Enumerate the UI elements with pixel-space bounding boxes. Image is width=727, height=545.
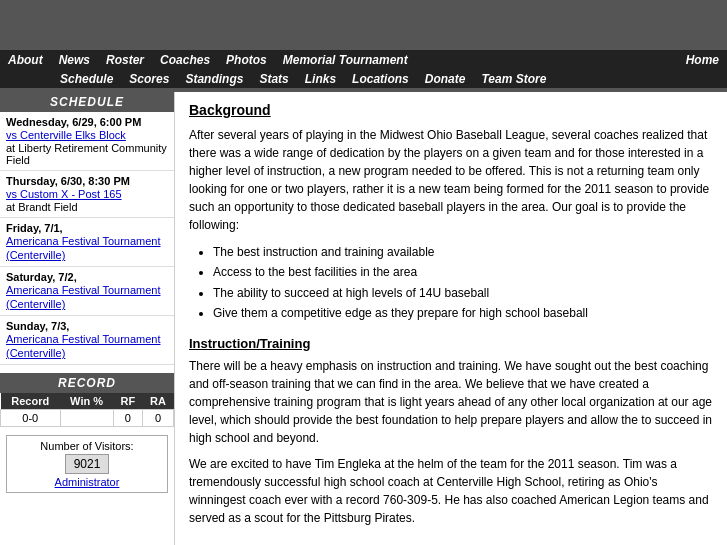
instruction-paragraph-1: There will be a heavy emphasis on instru… — [189, 357, 713, 447]
record-val-record: 0-0 — [1, 410, 61, 427]
instruction-paragraph-2: We are excited to have Tim Engleka at th… — [189, 455, 713, 527]
record-col-record: Record — [1, 393, 61, 410]
nav-team-store[interactable]: Team Store — [481, 72, 546, 86]
nav-coaches[interactable]: Coaches — [160, 53, 210, 67]
record-val-rf: 0 — [113, 410, 142, 427]
schedule-link-1[interactable]: vs Custom X - Post 165 — [6, 188, 122, 200]
schedule-day-4: Sunday, 7/3, — [6, 320, 168, 332]
schedule-location-1: at Brandt Field — [6, 201, 168, 213]
bullet-item-0: The best instruction and training availa… — [213, 242, 713, 262]
record-col-winpct: Win % — [60, 393, 113, 410]
schedule-entry-2: Friday, 7/1, Americana Festival Tourname… — [0, 218, 174, 267]
record-col-rf: RF — [113, 393, 142, 410]
nav-bar-primary: About News Roster Coaches Photos Memoria… — [0, 50, 727, 70]
schedule-day-1: Thursday, 6/30, 8:30 PM — [6, 175, 168, 187]
nav-schedule[interactable]: Schedule — [60, 72, 113, 86]
schedule-link-2[interactable]: Americana Festival Tournament (Centervil… — [6, 235, 160, 261]
bullet-item-1: Access to the best facilities in the are… — [213, 262, 713, 282]
schedule-day-3: Saturday, 7/2, — [6, 271, 168, 283]
nav-links[interactable]: Links — [305, 72, 336, 86]
schedule-link-3[interactable]: Americana Festival Tournament (Centervil… — [6, 284, 160, 310]
schedule-day-2: Friday, 7/1, — [6, 222, 168, 234]
schedule-entry-3: Saturday, 7/2, Americana Festival Tourna… — [0, 267, 174, 316]
nav-stats[interactable]: Stats — [259, 72, 288, 86]
background-heading: Background — [189, 102, 713, 118]
schedule-location-0: at Liberty Retirement Community Field — [6, 142, 168, 166]
record-col-ra: RA — [142, 393, 173, 410]
schedule-day-0: Wednesday, 6/29, 6:00 PM — [6, 116, 168, 128]
nav-news[interactable]: News — [59, 53, 90, 67]
nav-locations[interactable]: Locations — [352, 72, 409, 86]
nav-standings[interactable]: Standings — [185, 72, 243, 86]
bullet-item-2: The ability to succeed at high levels of… — [213, 283, 713, 303]
background-paragraph-1: After several years of playing in the Mi… — [189, 126, 713, 234]
nav-about[interactable]: About — [8, 53, 43, 67]
content-area: Background After several years of playin… — [175, 92, 727, 545]
visitors-box: Number of Visitors: 9021 Administrator — [6, 435, 168, 493]
nav-home[interactable]: Home — [686, 53, 719, 67]
nav-bar-secondary: Schedule Scores Standings Stats Links Lo… — [0, 70, 727, 88]
record-val-ra: 0 — [142, 410, 173, 427]
admin-link[interactable]: Administrator — [55, 476, 120, 488]
schedule-entry-4: Sunday, 7/3, Americana Festival Tourname… — [0, 316, 174, 365]
instruction-heading: Instruction/Training — [189, 336, 713, 351]
schedule-link-4[interactable]: Americana Festival Tournament (Centervil… — [6, 333, 160, 359]
record-row: 0-0 0 0 — [1, 410, 174, 427]
record-table: Record Win % RF RA 0-0 0 0 — [0, 393, 174, 427]
bullet-list: The best instruction and training availa… — [213, 242, 713, 324]
nav-scores[interactable]: Scores — [129, 72, 169, 86]
visitors-label: Number of Visitors: — [11, 440, 163, 452]
nav-donate[interactable]: Donate — [425, 72, 466, 86]
sidebar: SCHEDULE Wednesday, 6/29, 6:00 PM vs Cen… — [0, 92, 175, 545]
schedule-entry-0: Wednesday, 6/29, 6:00 PM vs Centerville … — [0, 112, 174, 171]
nav-memorial-tournament[interactable]: Memorial Tournament — [283, 53, 408, 67]
schedule-header: SCHEDULE — [0, 92, 174, 112]
main-layout: SCHEDULE Wednesday, 6/29, 6:00 PM vs Cen… — [0, 92, 727, 545]
record-val-winpct — [60, 410, 113, 427]
top-bar — [0, 0, 727, 50]
record-header: RECORD — [0, 373, 174, 393]
visitors-count: 9021 — [65, 454, 110, 474]
nav-photos[interactable]: Photos — [226, 53, 267, 67]
schedule-link-0[interactable]: vs Centerville Elks Block — [6, 129, 126, 141]
bullet-item-3: Give them a competitive edge as they pre… — [213, 303, 713, 323]
nav-roster[interactable]: Roster — [106, 53, 144, 67]
schedule-entry-1: Thursday, 6/30, 8:30 PM vs Custom X - Po… — [0, 171, 174, 218]
